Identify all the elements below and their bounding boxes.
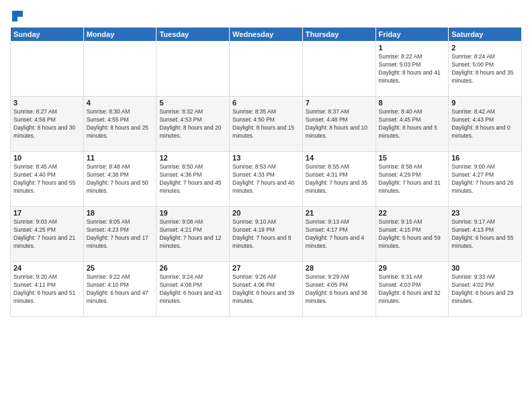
day-number: 10	[13, 154, 81, 162]
calendar-cell: 5Sunrise: 8:32 AMSunset: 4:53 PMDaylight…	[157, 97, 230, 152]
day-info: Sunrise: 8:55 AMSunset: 4:31 PMDaylight:…	[306, 163, 373, 195]
day-number: 5	[159, 99, 226, 107]
day-number: 7	[306, 99, 373, 107]
day-info: Sunrise: 9:24 AMSunset: 4:08 PMDaylight:…	[159, 273, 226, 306]
day-number: 11	[87, 154, 154, 162]
day-info: Sunrise: 8:30 AMSunset: 4:55 PMDaylight:…	[87, 108, 154, 140]
day-info: Sunrise: 8:50 AMSunset: 4:36 PMDaylight:…	[159, 163, 226, 195]
week-row-3: 10Sunrise: 8:45 AMSunset: 4:40 PMDayligh…	[11, 152, 522, 207]
calendar-cell	[11, 42, 84, 97]
day-number: 25	[87, 264, 154, 272]
day-info: Sunrise: 9:26 AMSunset: 4:06 PMDaylight:…	[232, 273, 300, 306]
calendar-cell: 3Sunrise: 8:27 AMSunset: 4:58 PMDaylight…	[11, 97, 84, 152]
weekday-saturday: Saturday	[449, 28, 522, 42]
calendar-cell: 10Sunrise: 8:45 AMSunset: 4:40 PMDayligh…	[11, 152, 84, 207]
weekday-wednesday: Wednesday	[230, 28, 303, 42]
day-number: 6	[232, 99, 300, 107]
day-info: Sunrise: 8:32 AMSunset: 4:53 PMDaylight:…	[159, 108, 226, 140]
day-number: 12	[159, 154, 226, 162]
weekday-thursday: Thursday	[302, 28, 375, 42]
day-number: 19	[159, 209, 226, 217]
calendar-cell: 29Sunrise: 9:31 AMSunset: 4:03 PMDayligh…	[375, 262, 449, 317]
calendar-cell	[83, 42, 157, 97]
day-info: Sunrise: 9:00 AMSunset: 4:27 PMDaylight:…	[451, 163, 519, 195]
day-info: Sunrise: 9:22 AMSunset: 4:10 PMDaylight:…	[87, 273, 154, 306]
logo	[10, 9, 25, 23]
day-number: 17	[13, 209, 81, 217]
calendar-cell: 22Sunrise: 9:15 AMSunset: 4:15 PMDayligh…	[375, 207, 449, 262]
day-number: 1	[379, 44, 446, 52]
calendar-cell: 2Sunrise: 8:24 AMSunset: 5:00 PMDaylight…	[449, 42, 522, 97]
calendar-cell: 9Sunrise: 8:42 AMSunset: 4:43 PMDaylight…	[449, 97, 522, 152]
day-info: Sunrise: 8:40 AMSunset: 4:45 PMDaylight:…	[379, 108, 446, 140]
day-number: 21	[306, 209, 373, 217]
day-number: 18	[87, 209, 154, 217]
calendar-cell: 15Sunrise: 8:58 AMSunset: 4:29 PMDayligh…	[375, 152, 449, 207]
day-number: 2	[451, 44, 519, 52]
day-number: 26	[159, 264, 226, 272]
calendar-cell: 18Sunrise: 9:05 AMSunset: 4:23 PMDayligh…	[83, 207, 157, 262]
calendar-cell: 12Sunrise: 8:50 AMSunset: 4:36 PMDayligh…	[157, 152, 230, 207]
calendar-cell: 25Sunrise: 9:22 AMSunset: 4:10 PMDayligh…	[83, 262, 157, 317]
day-info: Sunrise: 9:03 AMSunset: 4:25 PMDaylight:…	[13, 218, 81, 250]
day-info: Sunrise: 9:17 AMSunset: 4:13 PMDaylight:…	[451, 218, 519, 250]
week-row-2: 3Sunrise: 8:27 AMSunset: 4:58 PMDaylight…	[11, 97, 522, 152]
day-number: 9	[451, 99, 519, 107]
header	[10, 7, 522, 23]
calendar-cell: 8Sunrise: 8:40 AMSunset: 4:45 PMDaylight…	[375, 97, 449, 152]
day-info: Sunrise: 9:31 AMSunset: 4:03 PMDaylight:…	[379, 273, 446, 306]
day-number: 30	[451, 264, 519, 272]
calendar-cell: 7Sunrise: 8:37 AMSunset: 4:48 PMDaylight…	[302, 97, 375, 152]
day-number: 29	[379, 264, 446, 272]
day-info: Sunrise: 9:15 AMSunset: 4:15 PMDaylight:…	[379, 218, 446, 250]
day-info: Sunrise: 9:08 AMSunset: 4:21 PMDaylight:…	[159, 218, 226, 250]
logo-flag-icon	[11, 9, 24, 23]
calendar-cell: 4Sunrise: 8:30 AMSunset: 4:55 PMDaylight…	[83, 97, 157, 152]
day-number: 4	[87, 99, 154, 107]
day-info: Sunrise: 9:10 AMSunset: 4:19 PMDaylight:…	[232, 218, 300, 250]
day-number: 3	[13, 99, 81, 107]
day-number: 16	[451, 154, 519, 162]
day-number: 27	[232, 264, 300, 272]
day-info: Sunrise: 8:42 AMSunset: 4:43 PMDaylight:…	[451, 108, 519, 140]
day-number: 23	[451, 209, 519, 217]
day-number: 20	[232, 209, 300, 217]
calendar-cell: 17Sunrise: 9:03 AMSunset: 4:25 PMDayligh…	[11, 207, 84, 262]
day-info: Sunrise: 9:29 AMSunset: 4:05 PMDaylight:…	[306, 273, 373, 306]
calendar-cell	[302, 42, 375, 97]
calendar: SundayMondayTuesdayWednesdayThursdayFrid…	[10, 27, 522, 317]
weekday-monday: Monday	[83, 28, 157, 42]
day-info: Sunrise: 8:37 AMSunset: 4:48 PMDaylight:…	[306, 108, 373, 140]
calendar-cell: 16Sunrise: 9:00 AMSunset: 4:27 PMDayligh…	[449, 152, 522, 207]
calendar-cell: 14Sunrise: 8:55 AMSunset: 4:31 PMDayligh…	[302, 152, 375, 207]
week-row-1: 1Sunrise: 8:22 AMSunset: 5:03 PMDaylight…	[11, 42, 522, 97]
weekday-sunday: Sunday	[11, 28, 84, 42]
day-info: Sunrise: 8:45 AMSunset: 4:40 PMDaylight:…	[13, 163, 81, 195]
day-info: Sunrise: 8:35 AMSunset: 4:50 PMDaylight:…	[232, 108, 300, 140]
day-info: Sunrise: 8:48 AMSunset: 4:38 PMDaylight:…	[87, 163, 154, 195]
calendar-cell	[157, 42, 230, 97]
calendar-cell: 30Sunrise: 9:33 AMSunset: 4:02 PMDayligh…	[449, 262, 522, 317]
day-info: Sunrise: 9:33 AMSunset: 4:02 PMDaylight:…	[451, 273, 519, 306]
weekday-header-row: SundayMondayTuesdayWednesdayThursdayFrid…	[11, 28, 522, 42]
day-info: Sunrise: 8:27 AMSunset: 4:58 PMDaylight:…	[13, 108, 81, 140]
calendar-cell: 28Sunrise: 9:29 AMSunset: 4:05 PMDayligh…	[302, 262, 375, 317]
day-number: 28	[306, 264, 373, 272]
calendar-cell: 13Sunrise: 8:53 AMSunset: 4:33 PMDayligh…	[230, 152, 303, 207]
svg-marker-1	[17, 11, 23, 17]
day-info: Sunrise: 8:24 AMSunset: 5:00 PMDaylight:…	[451, 53, 519, 85]
page: SundayMondayTuesdayWednesdayThursdayFrid…	[0, 0, 532, 411]
day-info: Sunrise: 8:58 AMSunset: 4:29 PMDaylight:…	[379, 163, 446, 195]
day-number: 13	[232, 154, 300, 162]
day-number: 15	[379, 154, 446, 162]
weekday-friday: Friday	[375, 28, 449, 42]
calendar-cell: 23Sunrise: 9:17 AMSunset: 4:13 PMDayligh…	[449, 207, 522, 262]
day-number: 22	[379, 209, 446, 217]
day-number: 8	[379, 99, 446, 107]
calendar-cell: 26Sunrise: 9:24 AMSunset: 4:08 PMDayligh…	[157, 262, 230, 317]
calendar-cell: 21Sunrise: 9:13 AMSunset: 4:17 PMDayligh…	[302, 207, 375, 262]
calendar-cell	[230, 42, 303, 97]
day-info: Sunrise: 8:22 AMSunset: 5:03 PMDaylight:…	[379, 53, 446, 85]
logo-text	[10, 9, 25, 23]
calendar-cell: 24Sunrise: 9:20 AMSunset: 4:11 PMDayligh…	[11, 262, 84, 317]
